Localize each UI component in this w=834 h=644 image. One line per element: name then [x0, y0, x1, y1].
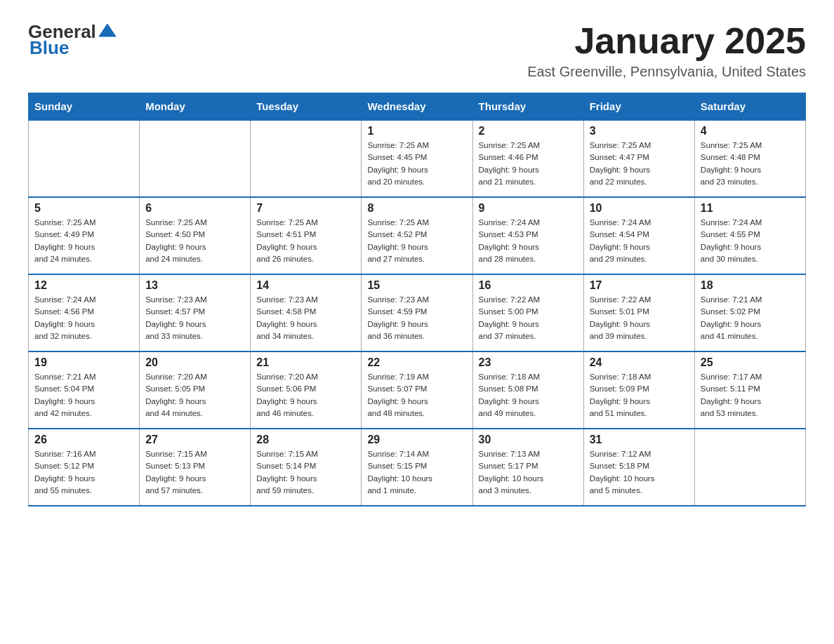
day-info: Sunrise: 7:17 AM Sunset: 5:11 PM Dayligh… — [701, 371, 800, 420]
day-number: 15 — [367, 279, 466, 292]
calendar-table: SundayMondayTuesdayWednesdayThursdayFrid… — [28, 93, 806, 507]
calendar-cell — [251, 120, 362, 197]
calendar-cell: 5Sunrise: 7:25 AM Sunset: 4:49 PM Daylig… — [29, 197, 140, 274]
day-number: 23 — [479, 356, 578, 369]
day-info: Sunrise: 7:23 AM Sunset: 4:58 PM Dayligh… — [256, 294, 355, 342]
day-number: 22 — [367, 356, 466, 369]
day-info: Sunrise: 7:25 AM Sunset: 4:45 PM Dayligh… — [367, 140, 466, 188]
day-info: Sunrise: 7:12 AM Sunset: 5:18 PM Dayligh… — [590, 448, 689, 497]
logo: General Blue — [28, 21, 117, 59]
calendar-cell: 1Sunrise: 7:25 AM Sunset: 4:45 PM Daylig… — [362, 120, 472, 197]
day-number: 4 — [701, 125, 800, 137]
day-info: Sunrise: 7:20 AM Sunset: 5:05 PM Dayligh… — [145, 371, 244, 420]
day-info: Sunrise: 7:21 AM Sunset: 5:04 PM Dayligh… — [34, 371, 133, 420]
calendar-cell: 15Sunrise: 7:23 AM Sunset: 4:59 PM Dayli… — [362, 274, 472, 351]
calendar-cell: 21Sunrise: 7:20 AM Sunset: 5:06 PM Dayli… — [251, 351, 362, 429]
calendar-cell: 30Sunrise: 7:13 AM Sunset: 5:17 PM Dayli… — [472, 429, 583, 506]
day-info: Sunrise: 7:19 AM Sunset: 5:07 PM Dayligh… — [367, 371, 466, 420]
header-monday: Monday — [140, 93, 251, 121]
day-info: Sunrise: 7:24 AM Sunset: 4:55 PM Dayligh… — [701, 217, 800, 265]
calendar-cell — [29, 120, 140, 197]
logo-blue-text: Blue — [29, 37, 69, 59]
day-info: Sunrise: 7:24 AM Sunset: 4:54 PM Dayligh… — [590, 217, 689, 265]
calendar-cell: 26Sunrise: 7:16 AM Sunset: 5:12 PM Dayli… — [29, 429, 140, 506]
calendar-week-row: 19Sunrise: 7:21 AM Sunset: 5:04 PM Dayli… — [29, 351, 806, 429]
day-info: Sunrise: 7:23 AM Sunset: 4:59 PM Dayligh… — [367, 294, 466, 342]
day-number: 21 — [256, 356, 355, 369]
day-info: Sunrise: 7:13 AM Sunset: 5:17 PM Dayligh… — [479, 448, 578, 497]
day-number: 29 — [367, 434, 466, 446]
calendar-week-row: 26Sunrise: 7:16 AM Sunset: 5:12 PM Dayli… — [29, 429, 806, 506]
calendar-cell: 4Sunrise: 7:25 AM Sunset: 4:48 PM Daylig… — [694, 120, 805, 197]
calendar-cell: 22Sunrise: 7:19 AM Sunset: 5:07 PM Dayli… — [362, 351, 472, 429]
day-info: Sunrise: 7:14 AM Sunset: 5:15 PM Dayligh… — [367, 448, 466, 497]
calendar-cell: 19Sunrise: 7:21 AM Sunset: 5:04 PM Dayli… — [29, 351, 140, 429]
calendar-cell: 11Sunrise: 7:24 AM Sunset: 4:55 PM Dayli… — [694, 197, 805, 274]
header-wednesday: Wednesday — [362, 93, 472, 121]
day-number: 13 — [145, 279, 244, 292]
day-number: 3 — [590, 125, 689, 137]
day-number: 30 — [479, 434, 578, 446]
day-number: 8 — [367, 202, 466, 215]
calendar-cell: 28Sunrise: 7:15 AM Sunset: 5:14 PM Dayli… — [251, 429, 362, 506]
day-number: 17 — [590, 279, 689, 292]
day-info: Sunrise: 7:24 AM Sunset: 4:56 PM Dayligh… — [34, 294, 133, 342]
day-number: 10 — [590, 202, 689, 215]
day-number: 18 — [701, 279, 800, 292]
day-info: Sunrise: 7:25 AM Sunset: 4:51 PM Dayligh… — [256, 217, 355, 265]
calendar-cell: 27Sunrise: 7:15 AM Sunset: 5:13 PM Dayli… — [140, 429, 251, 506]
day-info: Sunrise: 7:23 AM Sunset: 4:57 PM Dayligh… — [145, 294, 244, 342]
calendar-cell: 23Sunrise: 7:18 AM Sunset: 5:08 PM Dayli… — [472, 351, 583, 429]
calendar-cell: 20Sunrise: 7:20 AM Sunset: 5:05 PM Dayli… — [140, 351, 251, 429]
calendar-cell: 9Sunrise: 7:24 AM Sunset: 4:53 PM Daylig… — [472, 197, 583, 274]
calendar-cell: 14Sunrise: 7:23 AM Sunset: 4:58 PM Dayli… — [251, 274, 362, 351]
day-info: Sunrise: 7:18 AM Sunset: 5:08 PM Dayligh… — [479, 371, 578, 420]
day-number: 11 — [701, 202, 800, 215]
day-number: 26 — [34, 434, 133, 446]
calendar-cell: 12Sunrise: 7:24 AM Sunset: 4:56 PM Dayli… — [29, 274, 140, 351]
calendar-week-row: 5Sunrise: 7:25 AM Sunset: 4:49 PM Daylig… — [29, 197, 806, 274]
month-title: January 2025 — [527, 21, 806, 61]
day-number: 9 — [479, 202, 578, 215]
header-friday: Friday — [583, 93, 694, 121]
calendar-cell: 29Sunrise: 7:14 AM Sunset: 5:15 PM Dayli… — [362, 429, 472, 506]
day-info: Sunrise: 7:21 AM Sunset: 5:02 PM Dayligh… — [701, 294, 800, 342]
day-info: Sunrise: 7:22 AM Sunset: 5:01 PM Dayligh… — [590, 294, 689, 342]
day-info: Sunrise: 7:18 AM Sunset: 5:09 PM Dayligh… — [590, 371, 689, 420]
day-number: 20 — [145, 356, 244, 369]
calendar-week-row: 1Sunrise: 7:25 AM Sunset: 4:45 PM Daylig… — [29, 120, 806, 197]
day-info: Sunrise: 7:24 AM Sunset: 4:53 PM Dayligh… — [479, 217, 578, 265]
header-thursday: Thursday — [472, 93, 583, 121]
day-info: Sunrise: 7:16 AM Sunset: 5:12 PM Dayligh… — [34, 448, 133, 497]
day-number: 16 — [479, 279, 578, 292]
day-info: Sunrise: 7:25 AM Sunset: 4:46 PM Dayligh… — [479, 140, 578, 188]
day-info: Sunrise: 7:15 AM Sunset: 5:13 PM Dayligh… — [145, 448, 244, 497]
calendar-cell: 31Sunrise: 7:12 AM Sunset: 5:18 PM Dayli… — [583, 429, 694, 506]
logo-icon — [98, 21, 117, 41]
day-number: 6 — [145, 202, 244, 215]
calendar-cell: 3Sunrise: 7:25 AM Sunset: 4:47 PM Daylig… — [583, 120, 694, 197]
day-number: 2 — [479, 125, 578, 137]
day-info: Sunrise: 7:25 AM Sunset: 4:52 PM Dayligh… — [367, 217, 466, 265]
calendar-cell — [140, 120, 251, 197]
day-number: 12 — [34, 279, 133, 292]
day-info: Sunrise: 7:15 AM Sunset: 5:14 PM Dayligh… — [256, 448, 355, 497]
day-info: Sunrise: 7:25 AM Sunset: 4:50 PM Dayligh… — [145, 217, 244, 265]
calendar-header-row: SundayMondayTuesdayWednesdayThursdayFrid… — [29, 93, 806, 121]
header-saturday: Saturday — [694, 93, 805, 121]
calendar-cell: 25Sunrise: 7:17 AM Sunset: 5:11 PM Dayli… — [694, 351, 805, 429]
calendar-cell — [694, 429, 805, 506]
day-number: 31 — [590, 434, 689, 446]
day-number: 28 — [256, 434, 355, 446]
calendar-cell: 2Sunrise: 7:25 AM Sunset: 4:46 PM Daylig… — [472, 120, 583, 197]
header-tuesday: Tuesday — [251, 93, 362, 121]
day-number: 24 — [590, 356, 689, 369]
calendar-cell: 13Sunrise: 7:23 AM Sunset: 4:57 PM Dayli… — [140, 274, 251, 351]
calendar-cell: 16Sunrise: 7:22 AM Sunset: 5:00 PM Dayli… — [472, 274, 583, 351]
day-info: Sunrise: 7:25 AM Sunset: 4:48 PM Dayligh… — [701, 140, 800, 188]
calendar-cell: 7Sunrise: 7:25 AM Sunset: 4:51 PM Daylig… — [251, 197, 362, 274]
day-number: 5 — [34, 202, 133, 215]
calendar-cell: 8Sunrise: 7:25 AM Sunset: 4:52 PM Daylig… — [362, 197, 472, 274]
day-number: 1 — [367, 125, 466, 137]
calendar-week-row: 12Sunrise: 7:24 AM Sunset: 4:56 PM Dayli… — [29, 274, 806, 351]
